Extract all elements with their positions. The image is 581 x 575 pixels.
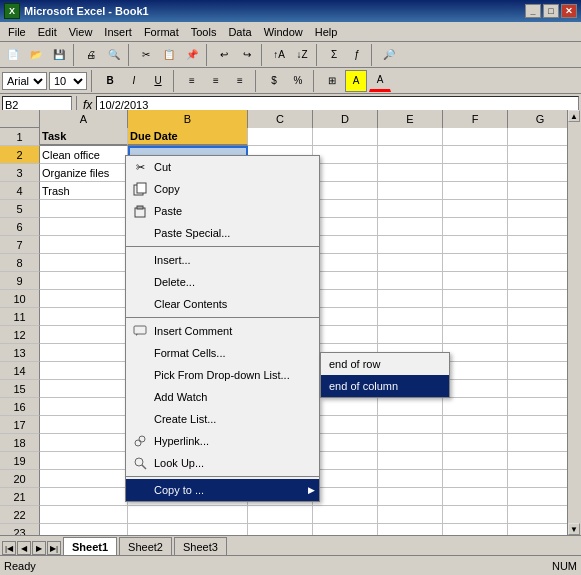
cell-f17[interactable] <box>443 416 508 434</box>
col-header-b[interactable]: B <box>128 110 248 128</box>
sheet-nav-next[interactable]: ▶ <box>32 541 46 555</box>
row-num-12[interactable]: 12 <box>0 326 40 344</box>
cell-a4[interactable]: Trash <box>40 182 128 200</box>
cell-g1[interactable] <box>508 128 567 146</box>
cell-g19[interactable] <box>508 452 567 470</box>
cell-g3[interactable] <box>508 164 567 182</box>
cell-d7[interactable] <box>313 236 378 254</box>
cell-f2[interactable] <box>443 146 508 164</box>
cell-d10[interactable] <box>313 290 378 308</box>
cell-f14[interactable] <box>443 362 508 380</box>
cell-a1[interactable]: Task <box>40 128 128 146</box>
font-select[interactable]: Arial <box>2 72 47 90</box>
cell-a12[interactable] <box>40 326 128 344</box>
cell-g2[interactable] <box>508 146 567 164</box>
corner-cell[interactable] <box>0 110 40 128</box>
cell-g5[interactable] <box>508 200 567 218</box>
cell-g10[interactable] <box>508 290 567 308</box>
ctx-hyperlink[interactable]: Hyperlink... <box>126 430 319 452</box>
sheet-nav-last[interactable]: ▶| <box>47 541 61 555</box>
close-button[interactable]: ✕ <box>561 4 577 18</box>
cell-d12[interactable] <box>313 326 378 344</box>
submenu-end-of-row[interactable]: end of row <box>321 353 449 375</box>
cell-e9[interactable] <box>378 272 443 290</box>
ctx-paste[interactable]: Paste <box>126 200 319 222</box>
cell-f7[interactable] <box>443 236 508 254</box>
cell-f3[interactable] <box>443 164 508 182</box>
cell-f20[interactable] <box>443 470 508 488</box>
cell-e5[interactable] <box>378 200 443 218</box>
cell-a19[interactable] <box>40 452 128 470</box>
cell-g15[interactable] <box>508 380 567 398</box>
row-num-5[interactable]: 5 <box>0 200 40 218</box>
cell-g17[interactable] <box>508 416 567 434</box>
cell-e20[interactable] <box>378 470 443 488</box>
sort-asc-button[interactable]: ↑A <box>268 44 290 66</box>
row-num-20[interactable]: 20 <box>0 470 40 488</box>
cell-g14[interactable] <box>508 362 567 380</box>
cell-f8[interactable] <box>443 254 508 272</box>
ctx-copy[interactable]: Copy <box>126 178 319 200</box>
menu-help[interactable]: Help <box>309 24 344 40</box>
new-button[interactable]: 📄 <box>2 44 24 66</box>
row-num-1[interactable]: 1 <box>0 128 40 146</box>
font-color-button[interactable]: A <box>369 70 391 92</box>
fill-color-button[interactable]: A <box>345 70 367 92</box>
cell-a7[interactable] <box>40 236 128 254</box>
undo-button[interactable]: ↩ <box>213 44 235 66</box>
ctx-cut[interactable]: ✂ Cut <box>126 156 319 178</box>
cell-a18[interactable] <box>40 434 128 452</box>
ctx-create-list[interactable]: Create List... <box>126 408 319 430</box>
cell-e3[interactable] <box>378 164 443 182</box>
cell-g21[interactable] <box>508 488 567 506</box>
cell-g4[interactable] <box>508 182 567 200</box>
col-header-f[interactable]: F <box>443 110 508 128</box>
cell-d20[interactable] <box>313 470 378 488</box>
cell-g16[interactable] <box>508 398 567 416</box>
row-num-10[interactable]: 10 <box>0 290 40 308</box>
cell-a8[interactable] <box>40 254 128 272</box>
print-button[interactable]: 🖨 <box>80 44 102 66</box>
cell-g20[interactable] <box>508 470 567 488</box>
redo-button[interactable]: ↪ <box>236 44 258 66</box>
cell-f19[interactable] <box>443 452 508 470</box>
cell-d16[interactable] <box>313 398 378 416</box>
menu-edit[interactable]: Edit <box>32 24 63 40</box>
cell-e2[interactable] <box>378 146 443 164</box>
paste-button[interactable]: 📌 <box>181 44 203 66</box>
cell-e21[interactable] <box>378 488 443 506</box>
cell-f5[interactable] <box>443 200 508 218</box>
cell-a17[interactable] <box>40 416 128 434</box>
cell-d9[interactable] <box>313 272 378 290</box>
cell-a11[interactable] <box>40 308 128 326</box>
cell-d21[interactable] <box>313 488 378 506</box>
cell-e18[interactable] <box>378 434 443 452</box>
cell-e17[interactable] <box>378 416 443 434</box>
row-num-14[interactable]: 14 <box>0 362 40 380</box>
cell-d3[interactable] <box>313 164 378 182</box>
cell-f21[interactable] <box>443 488 508 506</box>
cell-a5[interactable] <box>40 200 128 218</box>
cell-g18[interactable] <box>508 434 567 452</box>
cell-f4[interactable] <box>443 182 508 200</box>
cell-d1[interactable] <box>313 128 378 146</box>
menu-view[interactable]: View <box>63 24 99 40</box>
save-button[interactable]: 💾 <box>48 44 70 66</box>
borders-button[interactable]: ⊞ <box>321 70 343 92</box>
cell-g6[interactable] <box>508 218 567 236</box>
menu-file[interactable]: File <box>2 24 32 40</box>
cell-f10[interactable] <box>443 290 508 308</box>
percent-button[interactable]: % <box>287 70 309 92</box>
cell-b22[interactable] <box>128 506 248 524</box>
currency-button[interactable]: $ <box>263 70 285 92</box>
cell-f22[interactable] <box>443 506 508 524</box>
row-num-7[interactable]: 7 <box>0 236 40 254</box>
row-num-4[interactable]: 4 <box>0 182 40 200</box>
cell-a13[interactable] <box>40 344 128 362</box>
ctx-paste-special[interactable]: Paste Special... <box>126 222 319 244</box>
zoom-button[interactable]: 🔎 <box>378 44 400 66</box>
menu-tools[interactable]: Tools <box>185 24 223 40</box>
sheet-nav-first[interactable]: |◀ <box>2 541 16 555</box>
cell-d8[interactable] <box>313 254 378 272</box>
cell-d17[interactable] <box>313 416 378 434</box>
